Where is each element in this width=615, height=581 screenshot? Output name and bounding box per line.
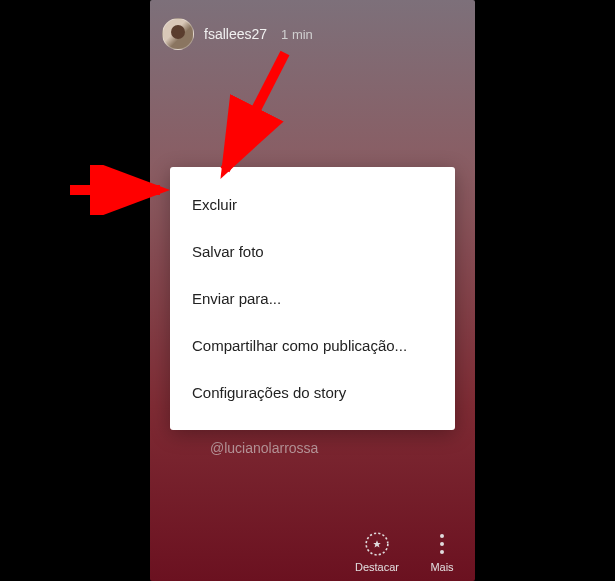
menu-item-send-to[interactable]: Enviar para... [170, 275, 455, 322]
story-mention[interactable]: @lucianolarrossa [210, 440, 318, 456]
more-icon [429, 531, 455, 557]
menu-item-save-photo[interactable]: Salvar foto [170, 228, 455, 275]
highlight-button[interactable]: Destacar [355, 531, 399, 573]
highlight-icon [364, 531, 390, 557]
avatar[interactable] [162, 18, 194, 50]
menu-item-story-settings[interactable]: Configurações do story [170, 369, 455, 416]
story-header: fsallees27 1 min [162, 18, 313, 50]
username[interactable]: fsallees27 [204, 26, 267, 42]
more-label: Mais [430, 561, 453, 573]
story-options-menu: Excluir Salvar foto Enviar para... Compa… [170, 167, 455, 430]
story-viewer: fsallees27 1 min @lucianolarrossa Destac… [150, 0, 475, 581]
more-button[interactable]: Mais [429, 531, 455, 573]
menu-item-delete[interactable]: Excluir [170, 181, 455, 228]
menu-item-share-as-post[interactable]: Compartilhar como publicação... [170, 322, 455, 369]
bottom-bar: Destacar Mais [355, 531, 455, 573]
highlight-label: Destacar [355, 561, 399, 573]
story-timestamp: 1 min [281, 27, 313, 42]
